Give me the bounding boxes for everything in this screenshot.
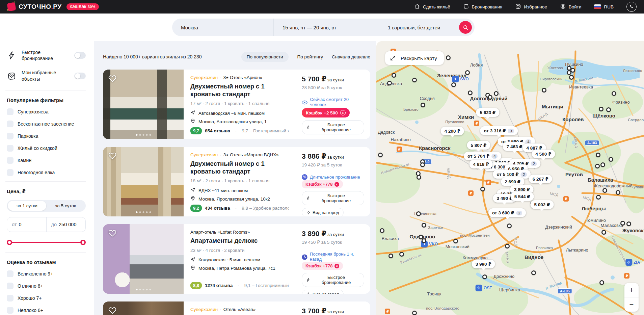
object-circle-marker[interactable] bbox=[416, 211, 421, 216]
map-panel[interactable]: ЛобняЗеленоградАндреевкаЖостовоЛитвиново… bbox=[376, 41, 644, 315]
price-slider-handle-min[interactable] bbox=[7, 240, 12, 245]
object-circle-marker[interactable] bbox=[387, 81, 392, 85]
guests-field[interactable]: 1 взрослый, без детей bbox=[379, 19, 459, 36]
object-circle-marker[interactable] bbox=[380, 228, 384, 233]
search-button[interactable] bbox=[459, 21, 472, 34]
object-circle-marker[interactable] bbox=[453, 239, 458, 243]
dates-field[interactable]: 15 янв, чт — 20 янв, вт bbox=[273, 19, 379, 36]
reviews-count[interactable]: 1274 отзыва bbox=[205, 283, 233, 288]
object-circle-marker[interactable] bbox=[596, 153, 600, 157]
price-slider-handle-max[interactable] bbox=[80, 240, 86, 245]
object-circle-marker[interactable] bbox=[569, 75, 574, 80]
object-circle-marker[interactable] bbox=[606, 107, 611, 112]
filter-checkbox-row[interactable]: Суперхозяева bbox=[7, 108, 86, 115]
object-circle-marker[interactable] bbox=[422, 238, 426, 243]
object-circle-marker[interactable] bbox=[601, 230, 606, 235]
price-pin[interactable]: от 5 704 ₽4 bbox=[464, 152, 502, 160]
checkbox[interactable] bbox=[7, 145, 14, 152]
object-circle-marker[interactable] bbox=[412, 311, 417, 315]
photo-dot[interactable] bbox=[149, 211, 151, 213]
feature-pill-2[interactable]: Вид на город bbox=[302, 208, 344, 216]
price-pin[interactable]: 4 500 ₽ bbox=[532, 150, 555, 158]
listing-photo[interactable] bbox=[103, 147, 184, 216]
listing-card[interactable]: Апарт-отель «Loftet Rooms»Апартаменты де… bbox=[103, 224, 370, 294]
photo-dot[interactable] bbox=[142, 289, 144, 290]
object-circle-marker[interactable] bbox=[567, 70, 571, 75]
location-field[interactable]: Москва bbox=[172, 19, 273, 36]
checkbox[interactable] bbox=[7, 283, 14, 289]
sort-option-2[interactable]: По рейтингу bbox=[297, 52, 323, 62]
favorite-heart-button[interactable] bbox=[108, 74, 117, 83]
expand-map-button[interactable]: Раскрыть карту bbox=[385, 51, 444, 65]
object-circle-marker[interactable] bbox=[494, 91, 499, 96]
checkbox[interactable] bbox=[7, 121, 14, 127]
photo-dot[interactable] bbox=[139, 134, 141, 136]
object-circle-marker[interactable] bbox=[392, 73, 396, 78]
price-pin[interactable]: 5 807 ₽ bbox=[467, 141, 490, 150]
filter-checkbox-row[interactable]: Бесконтактное заселение bbox=[7, 121, 86, 127]
photo-dot[interactable] bbox=[142, 134, 144, 136]
photo-dot[interactable] bbox=[139, 211, 141, 213]
object-circle-marker[interactable] bbox=[600, 162, 605, 167]
object-circle-marker[interactable] bbox=[482, 274, 487, 279]
checkbox[interactable] bbox=[7, 133, 14, 139]
sort-option-1[interactable]: По популярности bbox=[241, 52, 289, 62]
object-circle-marker[interactable] bbox=[446, 55, 451, 60]
quick-booking-toggle-row[interactable]: Быстрое бронирование bbox=[7, 49, 86, 61]
topnav-item-1[interactable]: Сдать жильё bbox=[414, 3, 450, 10]
listing-card[interactable]: Суперхозяин·3★ Отель «Арион»Двухместный … bbox=[103, 70, 370, 139]
listing-photo[interactable] bbox=[103, 301, 184, 315]
favorites-toggle-row[interactable]: Мои избранные объекты bbox=[7, 70, 86, 82]
feature-pill-1[interactable]: Быстрое бронирование bbox=[302, 120, 364, 134]
price-to-input[interactable]: до 250 000 bbox=[46, 217, 86, 232]
object-circle-marker[interactable] bbox=[488, 95, 492, 100]
object-circle-marker[interactable] bbox=[419, 235, 423, 239]
favorites-switch[interactable] bbox=[74, 73, 86, 79]
price-pin[interactable]: 6 267 ₽ bbox=[529, 175, 552, 183]
object-circle-marker[interactable] bbox=[480, 187, 485, 191]
object-circle-marker[interactable] bbox=[505, 244, 510, 248]
object-circle-marker[interactable] bbox=[451, 82, 456, 87]
favorite-heart-button[interactable] bbox=[108, 152, 117, 160]
object-circle-marker[interactable] bbox=[599, 107, 603, 111]
checkbox[interactable] bbox=[7, 169, 14, 176]
photo-dot[interactable] bbox=[146, 134, 147, 136]
object-circle-marker[interactable] bbox=[612, 91, 616, 96]
filter-checkbox-row[interactable]: Камин bbox=[7, 157, 86, 164]
filter-checkbox-row[interactable]: Новогодняя ёлка bbox=[7, 169, 86, 176]
favorite-heart-button[interactable] bbox=[108, 306, 117, 315]
feature-pill-2[interactable]: Вид на город bbox=[302, 290, 344, 294]
filter-checkbox-row[interactable]: Хорошо 7+ bbox=[7, 295, 86, 301]
zoom-in-button[interactable]: + bbox=[624, 283, 639, 297]
reviews-count[interactable]: 854 отзыва bbox=[205, 128, 230, 133]
checkbox[interactable] bbox=[7, 307, 14, 314]
object-circle-marker[interactable] bbox=[421, 103, 425, 107]
object-circle-marker[interactable] bbox=[399, 252, 404, 257]
object-circle-marker[interactable] bbox=[388, 254, 393, 258]
checkbox[interactable] bbox=[7, 108, 14, 115]
feature-pill-1[interactable]: Быстрое бронирование bbox=[302, 273, 364, 287]
listing-photo[interactable] bbox=[103, 224, 184, 294]
topnav-item-4[interactable]: Войти bbox=[560, 3, 582, 10]
reviews-count[interactable]: 434 отзыва bbox=[205, 206, 230, 211]
object-circle-marker[interactable] bbox=[626, 221, 631, 226]
object-circle-marker[interactable] bbox=[465, 70, 470, 75]
phone-contact-button[interactable] bbox=[626, 2, 637, 12]
photo-dot[interactable] bbox=[149, 134, 151, 136]
listing-card[interactable]: Суперхозяин·Отель «Asean»3 700 ₽за сутки bbox=[103, 301, 370, 315]
checkbox[interactable] bbox=[7, 157, 14, 164]
photo-dot[interactable] bbox=[146, 211, 147, 213]
filter-checkbox-row[interactable]: Парковка bbox=[7, 133, 86, 139]
object-circle-marker[interactable] bbox=[595, 164, 600, 168]
photo-dot[interactable] bbox=[136, 211, 137, 213]
photo-dot[interactable] bbox=[139, 289, 141, 290]
photo-dot[interactable] bbox=[136, 134, 137, 136]
object-circle-marker[interactable] bbox=[596, 195, 601, 200]
quick-booking-switch[interactable] bbox=[74, 52, 86, 59]
photo-dot[interactable] bbox=[149, 289, 151, 290]
checkbox[interactable] bbox=[7, 270, 14, 277]
object-circle-marker[interactable] bbox=[468, 90, 473, 95]
object-circle-marker[interactable] bbox=[602, 188, 607, 193]
checkbox[interactable] bbox=[7, 295, 14, 301]
price-pin[interactable]: 4 200 ₽ bbox=[441, 127, 464, 135]
